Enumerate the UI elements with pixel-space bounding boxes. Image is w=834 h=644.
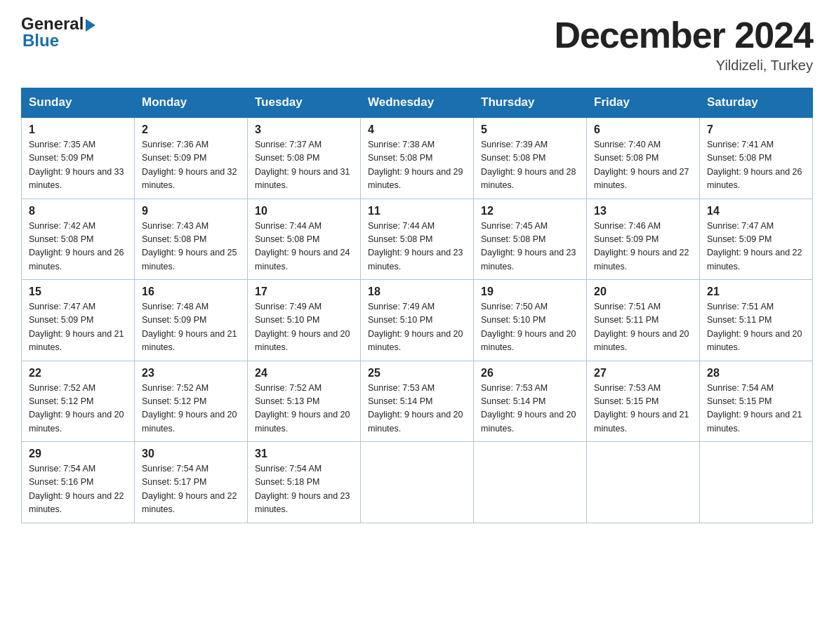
table-row: 10 Sunrise: 7:44 AMSunset: 5:08 PMDaylig… xyxy=(248,199,361,280)
day-info: Sunrise: 7:35 AMSunset: 5:09 PMDaylight:… xyxy=(29,140,124,190)
table-row xyxy=(474,442,587,523)
day-info: Sunrise: 7:42 AMSunset: 5:08 PMDaylight:… xyxy=(29,221,124,271)
table-row: 7 Sunrise: 7:41 AMSunset: 5:08 PMDayligh… xyxy=(700,117,813,199)
day-info: Sunrise: 7:46 AMSunset: 5:09 PMDaylight:… xyxy=(594,221,689,271)
day-number: 18 xyxy=(368,286,466,298)
day-number: 4 xyxy=(368,123,466,136)
table-row: 3 Sunrise: 7:37 AMSunset: 5:08 PMDayligh… xyxy=(248,117,361,199)
day-number: 5 xyxy=(481,123,579,136)
logo: General Blue xyxy=(21,14,95,51)
header-thursday: Thursday xyxy=(474,88,587,118)
day-number: 3 xyxy=(255,123,353,136)
day-number: 10 xyxy=(255,205,353,217)
day-info: Sunrise: 7:54 AMSunset: 5:16 PMDaylight:… xyxy=(29,464,124,514)
logo-arrow-icon xyxy=(86,19,95,32)
day-info: Sunrise: 7:49 AMSunset: 5:10 PMDaylight:… xyxy=(255,302,350,352)
table-row: 25 Sunrise: 7:53 AMSunset: 5:14 PMDaylig… xyxy=(361,361,474,442)
day-info: Sunrise: 7:39 AMSunset: 5:08 PMDaylight:… xyxy=(481,140,576,190)
day-info: Sunrise: 7:53 AMSunset: 5:15 PMDaylight:… xyxy=(594,383,689,434)
header-tuesday: Tuesday xyxy=(248,88,361,118)
day-number: 11 xyxy=(368,205,466,217)
table-row: 9 Sunrise: 7:43 AMSunset: 5:08 PMDayligh… xyxy=(135,199,248,280)
table-row: 30 Sunrise: 7:54 AMSunset: 5:17 PMDaylig… xyxy=(135,442,248,523)
day-info: Sunrise: 7:41 AMSunset: 5:08 PMDaylight:… xyxy=(707,140,802,190)
table-row: 13 Sunrise: 7:46 AMSunset: 5:09 PMDaylig… xyxy=(587,199,700,280)
table-row: 24 Sunrise: 7:52 AMSunset: 5:13 PMDaylig… xyxy=(248,361,361,442)
day-info: Sunrise: 7:48 AMSunset: 5:09 PMDaylight:… xyxy=(142,302,237,352)
table-row: 8 Sunrise: 7:42 AMSunset: 5:08 PMDayligh… xyxy=(22,199,135,280)
table-row xyxy=(361,442,474,523)
day-info: Sunrise: 7:43 AMSunset: 5:08 PMDaylight:… xyxy=(142,221,237,271)
day-info: Sunrise: 7:54 AMSunset: 5:17 PMDaylight:… xyxy=(142,464,237,514)
day-info: Sunrise: 7:52 AMSunset: 5:12 PMDaylight:… xyxy=(142,383,237,434)
day-info: Sunrise: 7:52 AMSunset: 5:12 PMDaylight:… xyxy=(29,383,124,434)
table-row xyxy=(700,442,813,523)
table-row: 6 Sunrise: 7:40 AMSunset: 5:08 PMDayligh… xyxy=(587,117,700,199)
table-row: 28 Sunrise: 7:54 AMSunset: 5:15 PMDaylig… xyxy=(700,361,813,442)
calendar-week-row: 22 Sunrise: 7:52 AMSunset: 5:12 PMDaylig… xyxy=(22,361,813,442)
calendar-week-row: 29 Sunrise: 7:54 AMSunset: 5:16 PMDaylig… xyxy=(22,442,813,523)
table-row: 29 Sunrise: 7:54 AMSunset: 5:16 PMDaylig… xyxy=(22,442,135,523)
day-number: 30 xyxy=(142,448,240,460)
table-row: 23 Sunrise: 7:52 AMSunset: 5:12 PMDaylig… xyxy=(135,361,248,442)
calendar-week-row: 8 Sunrise: 7:42 AMSunset: 5:08 PMDayligh… xyxy=(22,199,813,280)
day-info: Sunrise: 7:47 AMSunset: 5:09 PMDaylight:… xyxy=(707,221,802,271)
day-number: 14 xyxy=(707,205,805,217)
page-header: General Blue December 2024 Yildizeli, Tu… xyxy=(21,14,813,74)
day-info: Sunrise: 7:49 AMSunset: 5:10 PMDaylight:… xyxy=(368,302,463,352)
day-number: 8 xyxy=(29,205,127,217)
table-row: 15 Sunrise: 7:47 AMSunset: 5:09 PMDaylig… xyxy=(22,280,135,361)
header-friday: Friday xyxy=(587,88,700,118)
day-number: 22 xyxy=(29,367,127,380)
day-number: 28 xyxy=(707,367,805,380)
calendar-week-row: 1 Sunrise: 7:35 AMSunset: 5:09 PMDayligh… xyxy=(22,117,813,199)
month-title: December 2024 xyxy=(554,14,813,56)
day-number: 7 xyxy=(707,123,805,136)
day-number: 29 xyxy=(29,448,127,460)
table-row: 11 Sunrise: 7:44 AMSunset: 5:08 PMDaylig… xyxy=(361,199,474,280)
table-row: 21 Sunrise: 7:51 AMSunset: 5:11 PMDaylig… xyxy=(700,280,813,361)
day-info: Sunrise: 7:36 AMSunset: 5:09 PMDaylight:… xyxy=(142,140,237,190)
calendar-table: Sunday Monday Tuesday Wednesday Thursday… xyxy=(21,88,813,523)
day-number: 27 xyxy=(594,367,692,380)
day-info: Sunrise: 7:40 AMSunset: 5:08 PMDaylight:… xyxy=(594,140,689,190)
table-row: 18 Sunrise: 7:49 AMSunset: 5:10 PMDaylig… xyxy=(361,280,474,361)
table-row: 17 Sunrise: 7:49 AMSunset: 5:10 PMDaylig… xyxy=(248,280,361,361)
day-info: Sunrise: 7:54 AMSunset: 5:18 PMDaylight:… xyxy=(255,464,350,514)
day-number: 25 xyxy=(368,367,466,380)
title-block: December 2024 Yildizeli, Turkey xyxy=(554,14,813,74)
table-row: 26 Sunrise: 7:53 AMSunset: 5:14 PMDaylig… xyxy=(474,361,587,442)
header-sunday: Sunday xyxy=(22,88,135,118)
table-row: 19 Sunrise: 7:50 AMSunset: 5:10 PMDaylig… xyxy=(474,280,587,361)
table-row: 22 Sunrise: 7:52 AMSunset: 5:12 PMDaylig… xyxy=(22,361,135,442)
day-number: 12 xyxy=(481,205,579,217)
table-row xyxy=(587,442,700,523)
day-number: 20 xyxy=(594,286,692,298)
day-number: 6 xyxy=(594,123,692,136)
logo-blue-text: Blue xyxy=(21,31,95,51)
table-row: 16 Sunrise: 7:48 AMSunset: 5:09 PMDaylig… xyxy=(135,280,248,361)
day-number: 24 xyxy=(255,367,353,380)
day-number: 21 xyxy=(707,286,805,298)
day-info: Sunrise: 7:53 AMSunset: 5:14 PMDaylight:… xyxy=(368,383,463,434)
table-row: 31 Sunrise: 7:54 AMSunset: 5:18 PMDaylig… xyxy=(248,442,361,523)
table-row: 5 Sunrise: 7:39 AMSunset: 5:08 PMDayligh… xyxy=(474,117,587,199)
day-info: Sunrise: 7:44 AMSunset: 5:08 PMDaylight:… xyxy=(368,221,463,271)
day-number: 15 xyxy=(29,286,127,298)
day-info: Sunrise: 7:37 AMSunset: 5:08 PMDaylight:… xyxy=(255,140,350,190)
calendar-header-row: Sunday Monday Tuesday Wednesday Thursday… xyxy=(22,88,813,118)
day-number: 2 xyxy=(142,123,240,136)
day-number: 19 xyxy=(481,286,579,298)
table-row: 4 Sunrise: 7:38 AMSunset: 5:08 PMDayligh… xyxy=(361,117,474,199)
day-info: Sunrise: 7:38 AMSunset: 5:08 PMDaylight:… xyxy=(368,140,463,190)
day-info: Sunrise: 7:51 AMSunset: 5:11 PMDaylight:… xyxy=(707,302,802,352)
day-info: Sunrise: 7:51 AMSunset: 5:11 PMDaylight:… xyxy=(594,302,689,352)
header-wednesday: Wednesday xyxy=(361,88,474,118)
table-row: 2 Sunrise: 7:36 AMSunset: 5:09 PMDayligh… xyxy=(135,117,248,199)
day-number: 23 xyxy=(142,367,240,380)
day-info: Sunrise: 7:52 AMSunset: 5:13 PMDaylight:… xyxy=(255,383,350,434)
day-number: 26 xyxy=(481,367,579,380)
day-info: Sunrise: 7:44 AMSunset: 5:08 PMDaylight:… xyxy=(255,221,350,271)
header-monday: Monday xyxy=(135,88,248,118)
calendar-week-row: 15 Sunrise: 7:47 AMSunset: 5:09 PMDaylig… xyxy=(22,280,813,361)
